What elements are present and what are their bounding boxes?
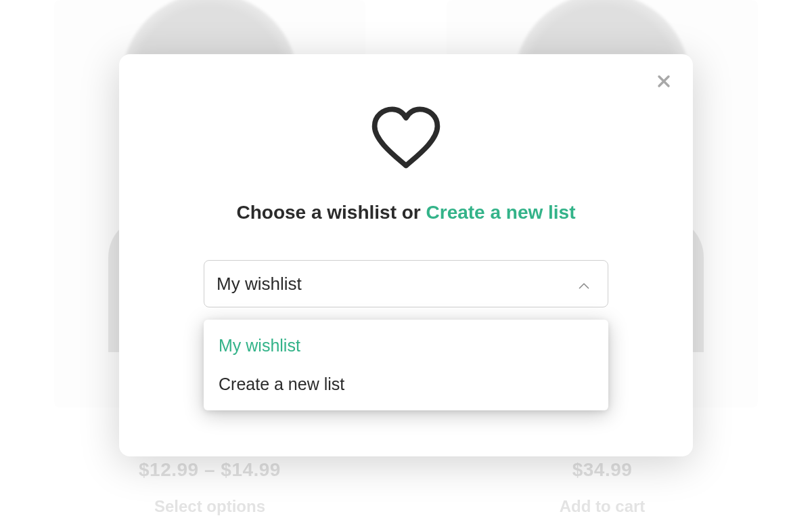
- chevron-up-icon: [578, 274, 590, 295]
- wishlist-dropdown: My wishlist Create a new list: [204, 320, 608, 410]
- heart-icon: [367, 104, 445, 172]
- create-new-list-link[interactable]: Create a new list: [426, 202, 576, 223]
- modal-heading-text: Choose a wishlist or: [236, 202, 426, 223]
- dropdown-option-create-new[interactable]: Create a new list: [204, 365, 608, 404]
- wishlist-modal: Choose a wishlist or Create a new list M…: [119, 54, 693, 456]
- wishlist-select[interactable]: My wishlist: [204, 260, 608, 307]
- close-icon: [657, 71, 671, 93]
- dropdown-option-my-wishlist[interactable]: My wishlist: [204, 326, 608, 365]
- modal-heading: Choose a wishlist or Create a new list: [119, 202, 693, 223]
- wishlist-select-value: My wishlist: [217, 274, 302, 295]
- close-button[interactable]: [654, 72, 674, 92]
